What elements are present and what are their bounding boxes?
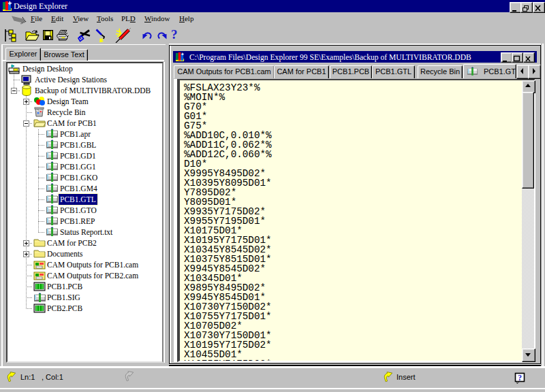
svg-text:?: ? — [518, 374, 522, 382]
